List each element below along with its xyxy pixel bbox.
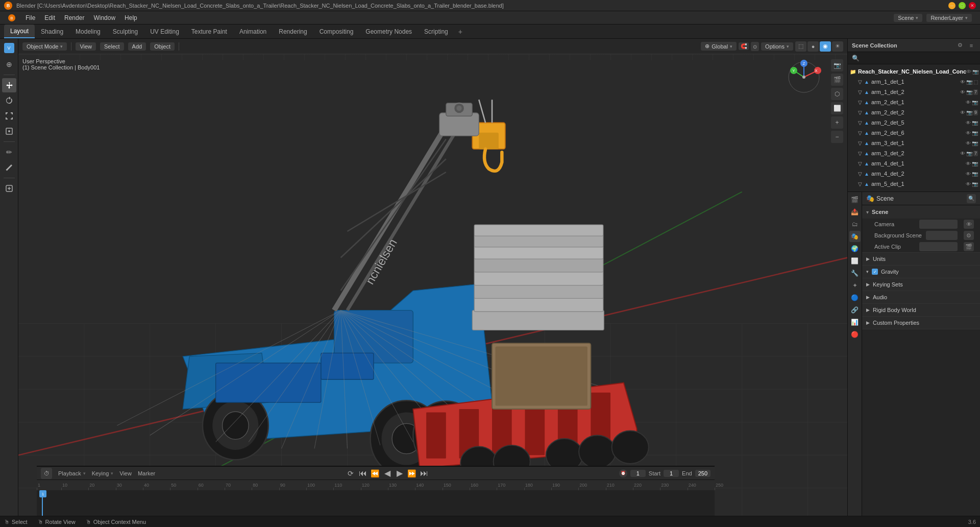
- snap-controls[interactable]: 🧲: [739, 42, 749, 50]
- timeline-scrubber[interactable]: 1102030405060708090100110120130140150160…: [37, 480, 715, 516]
- prop-view-layer-icon[interactable]: 🗂: [849, 219, 861, 230]
- background-scene-icon[interactable]: ⚙: [964, 231, 974, 240]
- item-cam-icon-5[interactable]: 📷: [972, 120, 978, 126]
- render-layer-selector[interactable]: RenderLayer ▾: [926, 14, 972, 22]
- tree-item-arm-2-det-6[interactable]: ▽ ▲ arm_2_det_6 👁 📷: [848, 128, 980, 138]
- camera-icon[interactable]: 📷: [972, 69, 978, 75]
- overlays-button[interactable]: ⬡: [831, 88, 843, 100]
- end-frame-field[interactable]: 250: [695, 470, 710, 477]
- tree-item-arm-4-det-1[interactable]: ▽ ▲ arm_4_det_1 👁 📷: [848, 158, 980, 169]
- object-mode-selector[interactable]: Object Mode ▾: [22, 42, 67, 51]
- item-eye-icon-12[interactable]: 👁: [960, 191, 965, 192]
- outliner-sort-button[interactable]: ≡: [967, 41, 976, 50]
- outliner-search-input[interactable]: [862, 55, 976, 61]
- menu-help[interactable]: Help: [120, 13, 141, 22]
- jump-to-start-button[interactable]: ⏮: [358, 468, 368, 478]
- cursor-tool[interactable]: ⊕: [2, 57, 16, 71]
- tl-keying-menu[interactable]: Keying ▾: [92, 470, 114, 476]
- tree-item-arm-5-det-1[interactable]: ▽ ▲ arm_5_det_1 👁 📷: [848, 179, 980, 189]
- item-cam-icon-1[interactable]: 📷: [966, 79, 972, 85]
- item-eye-icon-10[interactable]: 👁: [966, 171, 971, 177]
- rigid-body-header[interactable]: ▶ Rigid Body World: [862, 304, 980, 316]
- camera-picker-icon[interactable]: 👁: [964, 220, 974, 229]
- current-frame-clock[interactable]: ⏰: [619, 469, 627, 477]
- prop-physics-icon[interactable]: 🔵: [849, 292, 861, 303]
- tab-uv-editing[interactable]: UV Editing: [144, 25, 185, 38]
- tab-texture-paint[interactable]: Texture Paint: [185, 25, 233, 38]
- tab-rendering[interactable]: Rendering: [273, 25, 313, 38]
- prev-keyframe-button[interactable]: ⏪: [370, 468, 380, 478]
- render-button[interactable]: 🎬: [831, 74, 843, 86]
- camera-view-button[interactable]: 📷: [831, 59, 843, 71]
- tl-marker-menu[interactable]: Marker: [138, 470, 155, 476]
- item-cam-icon-7[interactable]: 📷: [972, 140, 978, 146]
- xray-button[interactable]: ⬜: [831, 102, 843, 114]
- navigation-gizmo[interactable]: X Y Z: [786, 59, 822, 95]
- tab-modeling[interactable]: Modeling: [69, 25, 107, 38]
- transform-tool[interactable]: [2, 124, 16, 138]
- prop-material-icon[interactable]: 🔴: [849, 329, 861, 340]
- tl-view-menu[interactable]: View: [119, 470, 132, 476]
- scene-viewport[interactable]: ncnielsen: [18, 54, 847, 527]
- start-frame-field[interactable]: 1: [664, 470, 679, 477]
- item-eye-icon-9[interactable]: 👁: [966, 161, 971, 166]
- maximize-button[interactable]: □: [959, 2, 966, 9]
- active-clip-value[interactable]: [919, 242, 958, 251]
- annotate-tool[interactable]: ✏: [2, 145, 16, 159]
- minimize-button[interactable]: ─: [948, 2, 955, 9]
- object-menu[interactable]: Object: [150, 42, 175, 51]
- prop-render-icon[interactable]: 🎬: [849, 194, 861, 205]
- tab-scripting[interactable]: Scripting: [418, 25, 454, 38]
- proportional-edit-button[interactable]: ⊙: [751, 42, 759, 51]
- add-menu[interactable]: Add: [128, 42, 146, 51]
- tab-layout[interactable]: Layout: [4, 25, 35, 38]
- gravity-checkbox[interactable]: ✓: [872, 269, 878, 275]
- gravity-section-header[interactable]: ▾ ✓ Gravity: [862, 266, 980, 278]
- menu-file[interactable]: File: [21, 13, 39, 22]
- tab-animation[interactable]: Animation: [233, 25, 273, 38]
- zoom-in-button[interactable]: +: [831, 116, 843, 129]
- custom-props-header[interactable]: ▶ Custom Properties: [862, 317, 980, 329]
- tree-item-arm-2-det-5[interactable]: ▽ ▲ arm_2_det_5 👁 📷: [848, 117, 980, 128]
- prop-output-icon[interactable]: 📤: [849, 206, 861, 218]
- tree-item-arm-2-det-2[interactable]: ▽ ▲ arm_2_det_2 👁 📷 9: [848, 107, 980, 117]
- units-section-header[interactable]: ▶ Units: [862, 253, 980, 265]
- global-transform-selector[interactable]: ⊕ Global ▾: [701, 42, 737, 51]
- item-cam-icon-10[interactable]: 📷: [972, 171, 978, 177]
- item-eye-icon-5[interactable]: 👁: [966, 120, 971, 126]
- measure-tool[interactable]: [2, 160, 16, 175]
- active-clip-icon[interactable]: 🎬: [964, 242, 974, 251]
- item-cam-icon-3[interactable]: 📷: [972, 100, 978, 105]
- prop-constraints-icon[interactable]: 🔗: [849, 304, 861, 316]
- item-eye-icon-4[interactable]: 👁: [960, 110, 965, 115]
- prop-data-icon[interactable]: 📊: [849, 317, 861, 328]
- menu-edit[interactable]: Edit: [40, 13, 59, 22]
- rendered-shading[interactable]: ☀: [832, 41, 843, 52]
- eye-icon[interactable]: 👁: [966, 69, 971, 75]
- material-shading[interactable]: ◉: [820, 41, 831, 52]
- item-cam-icon-8[interactable]: 📷: [966, 151, 972, 156]
- prop-scene-icon[interactable]: 🎭: [849, 231, 861, 242]
- view-mode-button[interactable]: V: [2, 41, 16, 55]
- options-button[interactable]: Options ▾: [761, 42, 793, 51]
- background-scene-value[interactable]: [926, 231, 958, 240]
- playback-loop-button[interactable]: ⟳: [346, 468, 356, 478]
- tab-sculpting[interactable]: Sculpting: [107, 25, 144, 38]
- menu-blender[interactable]: B: [4, 13, 20, 23]
- tab-compositing[interactable]: Compositing: [313, 25, 360, 38]
- timeline-editor-type[interactable]: ⏱: [41, 468, 52, 479]
- item-eye-icon-1[interactable]: 👁: [960, 79, 965, 85]
- select-menu[interactable]: Select: [100, 42, 124, 51]
- tree-item-arm-1-det-1[interactable]: ▽ ▲ arm_1_det_1 👁 📷 ⬚: [848, 77, 980, 87]
- wireframe-shading[interactable]: ⬚: [795, 41, 806, 52]
- menu-window[interactable]: Window: [89, 13, 119, 22]
- item-cam-icon-11[interactable]: 📷: [972, 181, 978, 187]
- current-frame-field[interactable]: 1: [630, 470, 646, 477]
- close-button[interactable]: ✕: [969, 2, 976, 9]
- tree-item-arm-3-det-1[interactable]: ▽ ▲ arm_3_det_1 👁 📷: [848, 138, 980, 148]
- item-cam-icon-4[interactable]: 📷: [966, 110, 972, 115]
- tree-item-arm-1-det-2[interactable]: ▽ ▲ arm_1_det_2 👁 📷 7: [848, 87, 980, 97]
- view-menu[interactable]: View: [76, 42, 96, 51]
- play-button[interactable]: ▶: [395, 468, 405, 478]
- tab-geometry-nodes[interactable]: Geometry Nodes: [359, 25, 418, 38]
